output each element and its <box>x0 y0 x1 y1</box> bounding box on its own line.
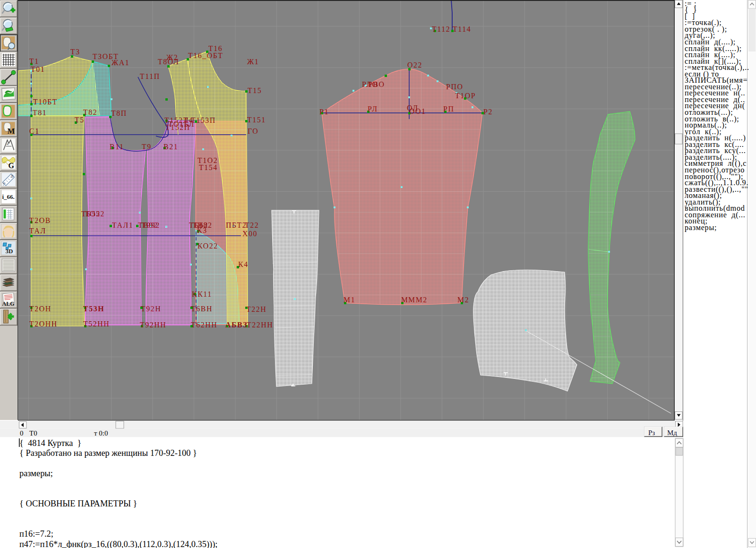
svg-text:Т152П: Т152П <box>165 123 190 131</box>
svg-text:Т62НН: Т62НН <box>191 321 217 329</box>
svg-text:Т01: Т01 <box>31 65 45 73</box>
svg-text:Т992: Т992 <box>141 221 160 229</box>
svg-text:п16:=7.2;: п16:=7.2; <box>19 529 53 539</box>
svg-text:К3: К3 <box>197 226 207 234</box>
svg-text:Т82: Т82 <box>83 108 97 116</box>
svg-text:M: M <box>8 127 15 136</box>
svg-text:КК11: КК11 <box>192 290 212 298</box>
svg-text:Т2ОН: Т2ОН <box>29 305 52 313</box>
svg-text:Т8ОЛ: Т8ОЛ <box>158 58 179 66</box>
svg-text:Т53Н: Т53Н <box>83 305 104 313</box>
svg-text:Т9: Т9 <box>142 143 152 151</box>
svg-text:3D: 3D <box>6 248 13 255</box>
svg-text:ТО52: ТО52 <box>85 210 105 218</box>
svg-text:размеры;: размеры; <box>19 469 53 478</box>
svg-text:Т81: Т81 <box>33 109 47 117</box>
svg-text:Т114: Т114 <box>453 25 471 33</box>
svg-text:ТАЛ: ТАЛ <box>29 227 46 235</box>
svg-text:В11: В11 <box>110 143 124 151</box>
svg-text:РВО: РВО <box>368 80 385 88</box>
svg-text:8: 8 <box>11 174 14 179</box>
svg-text:ММ2: ММ2 <box>408 296 428 304</box>
svg-text:Т1: Т1 <box>29 57 39 65</box>
svg-text:ЖА1: ЖА1 <box>112 59 129 67</box>
svg-text:размеры;: размеры; <box>685 223 717 232</box>
svg-text:i_66.: i_66. <box>2 193 15 200</box>
svg-text:Т11П: Т11П <box>140 72 160 80</box>
svg-text:Т0: Т0 <box>29 429 37 437</box>
svg-text:М2: М2 <box>457 296 469 304</box>
svg-text:РПО: РПО <box>446 83 463 91</box>
svg-text:Т92НН: Т92НН <box>140 321 166 329</box>
svg-text:{ ОСНОВНЫЕ ПАРАМЕТРЫ }: { ОСНОВНЫЕ ПАРАМЕТРЫ } <box>19 499 137 508</box>
svg-text:РЛ: РЛ <box>368 105 378 113</box>
svg-text:К4: К4 <box>238 260 249 268</box>
svg-text:Т3: Т3 <box>70 48 80 56</box>
svg-text:{ 4814 Куртка }: { 4814 Куртка } <box>19 438 81 448</box>
svg-text:Ж1: Ж1 <box>247 58 259 66</box>
svg-text:Х00: Х00 <box>242 230 258 238</box>
svg-text:Т16_ОБТ: Т16_ОБТ <box>188 51 223 60</box>
svg-text:Т2ОВ: Т2ОВ <box>29 216 51 224</box>
svg-text:М: М <box>401 296 409 304</box>
svg-text:ОО1: ОО1 <box>409 107 426 115</box>
svg-text:Т92Н: Т92Н <box>141 305 161 313</box>
svg-text:{ Разработано на размер женщин: { Разработано на размер женщины 170-92-1… <box>19 448 197 458</box>
svg-text:РП: РП <box>443 105 454 113</box>
svg-text:7: 7 <box>3 182 5 187</box>
svg-text:Т22НН: Т22НН <box>247 321 273 329</box>
svg-text:АБВЗ: АБВЗ <box>225 321 248 329</box>
svg-text:ПБТ2: ПБТ2 <box>226 221 247 229</box>
svg-text:т 0:0: т 0:0 <box>94 429 108 437</box>
svg-text:С1: С1 <box>29 127 40 135</box>
svg-text:Т112: Т112 <box>432 25 450 33</box>
svg-text:Р2: Р2 <box>483 108 493 116</box>
svg-text:Т6ВН: Т6ВН <box>191 305 213 313</box>
svg-text:Т8П: Т8П <box>111 109 127 117</box>
svg-text:ALG: ALG <box>2 300 15 307</box>
svg-text:Мд: Мд <box>667 429 677 437</box>
svg-text:0: 0 <box>20 429 24 437</box>
svg-text:Р1: Р1 <box>319 108 329 116</box>
svg-text:Т22: Т22 <box>245 221 259 229</box>
svg-text:Т2ОНН: Т2ОНН <box>29 320 58 328</box>
svg-text:М1: М1 <box>344 296 355 304</box>
svg-text:В21: В21 <box>163 143 178 151</box>
svg-text:G: G <box>9 162 15 170</box>
svg-text:Рз: Рз <box>648 429 655 437</box>
svg-text:Т151: Т151 <box>247 116 266 124</box>
svg-text:Т10БТ: Т10БТ <box>33 98 58 106</box>
svg-text:Т52НН: Т52НН <box>83 320 110 328</box>
svg-text:п47:=п16*л_фнк(рз_16,((80,0.3): п47:=п16*л_фнк(рз_16,((80,0.3),(112,0.3)… <box>19 539 217 548</box>
svg-text:A: A <box>7 143 9 146</box>
svg-text:О22: О22 <box>407 61 422 69</box>
svg-text:ГО: ГО <box>248 127 258 135</box>
svg-text:Т15: Т15 <box>248 86 262 94</box>
svg-text:КО22: КО22 <box>198 242 218 250</box>
svg-text:Т154: Т154 <box>199 163 218 171</box>
svg-text:ТАЛ1: ТАЛ1 <box>112 221 133 229</box>
svg-text:Т5: Т5 <box>75 116 85 124</box>
svg-text:Т22Н: Т22Н <box>246 305 266 313</box>
svg-text:Т1ОР: Т1ОР <box>455 92 476 100</box>
